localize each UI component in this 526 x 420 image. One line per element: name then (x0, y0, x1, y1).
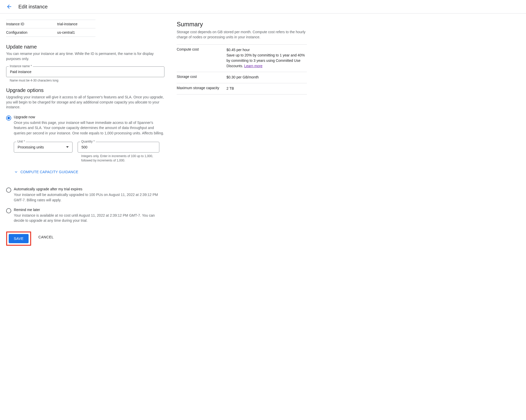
quantity-input[interactable] (78, 142, 159, 153)
summary-row-storage: Storage cost $0.30 per GB/month (177, 72, 307, 83)
radio-auto-upgrade[interactable]: Automatically upgrade after my trial exp… (6, 187, 164, 203)
instance-name-input[interactable] (6, 66, 164, 77)
storage-cost-label: Storage cost (177, 72, 226, 83)
compute-cost-extra: Save up to 20% by committing to 1 year a… (226, 53, 307, 69)
radio-input-upgrade-now[interactable] (6, 115, 11, 121)
upgrade-radio-group: Upgrade now Once you submit this page, y… (6, 115, 164, 223)
chevron-down-icon (14, 170, 18, 174)
update-name-title: Update name (6, 44, 164, 50)
radio-desc-upgrade-now: Once you submit this page, your instance… (14, 120, 164, 136)
summary-title: Summary (177, 21, 307, 28)
quantity-helper: Integers only. Enter in increments of 10… (81, 154, 159, 163)
summary-row-max-storage: Maximum storage capacity 2 TB (177, 83, 307, 94)
summary-table: Compute cost $0.45 per hour Save up to 2… (177, 44, 307, 95)
configuration-label: Configuration (6, 28, 57, 37)
dropdown-arrow-icon (66, 146, 69, 148)
meta-row-instance-id: Instance ID trial-instance (6, 20, 95, 28)
compute-cost-value: $0.45 per hour (226, 47, 307, 53)
radio-label-auto-upgrade: Automatically upgrade after my trial exp… (14, 187, 164, 191)
page-title: Edit instance (18, 4, 48, 10)
instance-id-value: trial-instance (57, 20, 95, 28)
meta-row-configuration: Configuration us-central1 (6, 28, 95, 37)
upgrade-options-desc: Upgrading your instance will give it acc… (6, 95, 164, 110)
instance-name-helper: Name must be 4-30 characters long (10, 79, 164, 82)
radio-label-upgrade-now: Upgrade now (14, 115, 164, 119)
configuration-value: us-central1 (57, 28, 95, 37)
cancel-button[interactable]: CANCEL (38, 232, 54, 242)
unit-select[interactable]: Processing units (14, 142, 73, 153)
radio-desc-remind-later: Your instance is available at no cost un… (14, 213, 164, 223)
compute-capacity-guidance-toggle[interactable]: COMPUTE CAPACITY GUIDANCE (14, 170, 164, 174)
max-storage-value: 2 TB (226, 83, 307, 94)
save-button[interactable]: SAVE (9, 234, 29, 243)
radio-desc-auto-upgrade: Your instance will be automatically upgr… (14, 192, 164, 203)
summary-row-compute: Compute cost $0.45 per hour Save up to 2… (177, 44, 307, 72)
compute-capacity-guidance-label: COMPUTE CAPACITY GUIDANCE (20, 170, 78, 174)
summary-desc: Storage cost depends on GB stored per mo… (177, 29, 307, 40)
topbar: Edit instance (0, 0, 526, 14)
max-storage-label: Maximum storage capacity (177, 83, 226, 94)
radio-input-auto-upgrade[interactable] (6, 188, 11, 193)
unit-label: Unit * (16, 140, 26, 143)
action-button-highlight: SAVE (6, 231, 31, 246)
update-name-desc: You can rename your instance at any time… (6, 51, 164, 61)
learn-more-link[interactable]: Learn more (244, 64, 262, 68)
upgrade-options-title: Upgrade options (6, 87, 164, 93)
instance-name-field-wrapper: Instance name * (6, 66, 164, 77)
compute-cost-label: Compute cost (177, 44, 226, 72)
instance-id-label: Instance ID (6, 20, 57, 28)
radio-label-remind-later: Remind me later (14, 208, 164, 212)
unit-select-value: Processing units (18, 145, 44, 149)
instance-name-label: Instance name * (9, 64, 33, 68)
back-arrow-icon[interactable] (6, 4, 12, 10)
radio-input-remind-later[interactable] (6, 208, 11, 213)
radio-remind-later[interactable]: Remind me later Your instance is availab… (6, 208, 164, 223)
quantity-label: Quantity * (80, 140, 96, 143)
storage-cost-value: $0.30 per GB/month (226, 72, 307, 83)
instance-meta-table: Instance ID trial-instance Configuration… (6, 20, 95, 37)
radio-upgrade-now[interactable]: Upgrade now Once you submit this page, y… (6, 115, 164, 182)
